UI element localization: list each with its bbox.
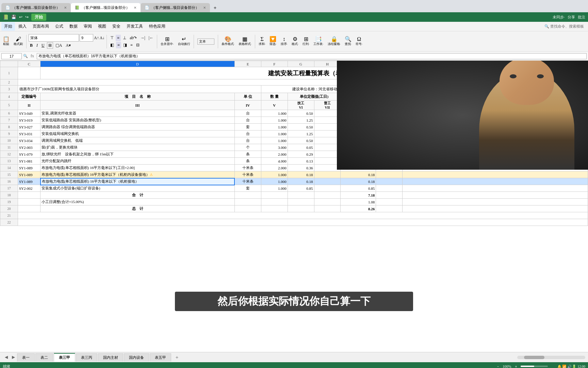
cell-ref-input[interactable]	[1, 53, 22, 59]
underline-button[interactable]: U	[40, 42, 46, 49]
align-middle[interactable]: ≡	[116, 35, 121, 41]
menu-start[interactable]: 开始	[1, 22, 15, 31]
unit-cell[interactable]: 条	[234, 151, 261, 158]
qty-cell[interactable]: 1.000	[261, 171, 288, 178]
zoom-slider[interactable]	[521, 366, 548, 367]
menu-view[interactable]: 视图	[95, 22, 109, 31]
sheet-tab-4[interactable]: 表三丙	[76, 353, 97, 362]
cell-title-empty[interactable]	[18, 67, 40, 79]
font-name-input[interactable]	[29, 34, 79, 42]
align-distributed[interactable]: ⊟	[135, 42, 141, 48]
code-cell[interactable]: SY1-079	[18, 151, 40, 158]
qty-cell[interactable]: 1.000	[261, 124, 288, 131]
name-cell[interactable]: 放,绑软光纤 设备机架之间放，绑 15m以下	[40, 151, 235, 158]
quick-redo[interactable]: ↪	[25, 15, 29, 20]
status-zoom-out[interactable]: －	[496, 364, 500, 368]
name-cell[interactable]: 安装集成式小型设备(端口扩容设备)	[40, 185, 235, 192]
nav-prev[interactable]: ◀	[3, 353, 10, 361]
indent-dec[interactable]: |←	[147, 35, 155, 41]
number-format-button[interactable]: 文本	[196, 38, 216, 45]
orient-button[interactable]: ab↷	[128, 35, 138, 41]
qty-cell[interactable]: 1.000	[261, 131, 288, 137]
tech-cell[interactable]: 0.50	[288, 124, 314, 131]
labor-total-cell-selected[interactable]	[376, 178, 403, 185]
labor-cell[interactable]	[314, 185, 341, 192]
name-cell[interactable]: 调测局域网交换机 低端	[40, 137, 235, 144]
scroll-thumb[interactable]	[524, 356, 544, 359]
code-cell-selected[interactable]: SY1-089	[18, 178, 40, 185]
name-cell[interactable]: 安装低端路由器 安装路由器(整机型)	[40, 117, 235, 124]
menu-data[interactable]: 数据	[67, 22, 80, 31]
sum-button[interactable]: Σ 求和·	[257, 36, 267, 47]
cell-21[interactable]	[18, 212, 588, 219]
unit-cell[interactable]: 十米条	[234, 171, 261, 178]
find-button[interactable]: 🔍 查找·	[343, 36, 353, 47]
border-button[interactable]: ⊞	[47, 42, 53, 49]
qty-cell[interactable]: 1.000	[261, 110, 288, 117]
sheet-tab-6[interactable]: 国内设备	[124, 353, 149, 362]
nav-next[interactable]: ▶	[10, 353, 17, 361]
unit-cell[interactable]: 台	[234, 131, 261, 137]
font-color-button[interactable]: A▾	[64, 42, 72, 49]
unit-cell[interactable]: 条	[234, 158, 261, 165]
tab1-close[interactable]: ✕	[64, 6, 67, 10]
tab2-close[interactable]: ✕	[134, 6, 136, 10]
tech-cell[interactable]: 0.13	[288, 158, 314, 165]
merge-button[interactable]: ⊞ 合并居中·	[159, 36, 175, 47]
code-cell[interactable]: SY3-031	[18, 131, 40, 137]
name-cell-selected[interactable]: 布放电力电缆(单芯相线面积) 16平方毫米以下（机柜接地）	[40, 178, 235, 185]
tech-cell[interactable]: 0.36	[288, 165, 314, 171]
qty-cell-selected[interactable]: 1.000	[261, 178, 288, 185]
tab3-close[interactable]: ✕	[203, 6, 206, 10]
comment-button[interactable]: 批注	[578, 15, 585, 20]
tech-cell-selected[interactable]: 0.18	[288, 178, 314, 185]
labor-total-cell[interactable]	[376, 171, 403, 178]
format-painter-button[interactable]: 🖌 格式刷	[12, 36, 24, 47]
align-top[interactable]: ⊤	[109, 35, 115, 41]
indent-inc[interactable]: →|	[139, 35, 146, 41]
unit-cell[interactable]: 台	[234, 137, 261, 144]
name-cell[interactable]: 安装,调测光纤收发器	[40, 110, 235, 117]
tech-cell[interactable]: 1.25	[288, 117, 314, 124]
code-cell[interactable]: SY3-034	[18, 137, 40, 144]
code-cell[interactable]: SY1-081	[18, 158, 40, 165]
name-cell[interactable]: 光纤分配架内跳纤	[40, 158, 235, 165]
menu-devtools[interactable]: 开发工具	[124, 22, 146, 31]
name-cell[interactable]: 安装低端局域网交换机	[40, 131, 235, 137]
unit-cell[interactable]: 套	[234, 124, 261, 131]
freeze-button[interactable]: 🔒 冻结窗格·	[326, 36, 342, 47]
menu-review[interactable]: 审阅	[81, 22, 95, 31]
qty-cell[interactable]: 1.000	[261, 117, 288, 124]
qty-cell[interactable]: 1.000	[261, 137, 288, 144]
font-size-input[interactable]	[80, 34, 93, 42]
sheet-tab-3[interactable]: 表三甲	[54, 353, 75, 362]
symbol-button[interactable]: Ω 符号·	[354, 36, 364, 47]
sheet-tab-2[interactable]: 表二	[35, 353, 53, 362]
cond-format-button[interactable]: 🎨 条件格式·	[220, 36, 236, 47]
italic-button[interactable]: I	[35, 42, 39, 49]
code-cell[interactable]: SY2-003	[18, 144, 40, 151]
align-right[interactable]: ◨	[122, 42, 128, 48]
code-cell[interactable]: SY1-089	[18, 165, 40, 171]
menu-insert[interactable]: 插入	[16, 22, 29, 31]
sort-button[interactable]: ↕ 排序·	[279, 36, 289, 47]
name-cell[interactable]: 留(扩)装，更换光模块	[40, 144, 235, 151]
cell-22[interactable]	[18, 219, 588, 226]
tech-cell[interactable]: 0.05	[288, 144, 314, 151]
unit-cell[interactable]: 个	[234, 144, 261, 151]
workbook-button[interactable]: 📑 工作表·	[312, 36, 325, 47]
tech-total-cell[interactable]: 0.85	[341, 185, 376, 192]
sheet-tab-1[interactable]: 表一	[17, 353, 35, 362]
code-cell[interactable]: SY3-027	[18, 124, 40, 131]
formula-zoom[interactable]: 🔍	[23, 54, 28, 58]
menu-layout[interactable]: 页面布局	[30, 22, 52, 31]
qty-cell[interactable]: 2.000	[261, 151, 288, 158]
format-button[interactable]: ⚙ 格式·	[290, 36, 300, 47]
browser-tab-2[interactable]: 📗 （客户侧猫...项目设备部分） ✕	[71, 3, 140, 12]
horizontal-scrollbar[interactable]	[517, 356, 585, 359]
bold-button[interactable]: B	[29, 42, 34, 49]
browser-tab-3[interactable]: 📄 （客户侧猫...项目设备部分） ✕	[141, 3, 210, 12]
unit-cell[interactable]: 十米条	[234, 165, 261, 171]
name-cell[interactable]: 调测路由器 综合调测低端路由器	[40, 124, 235, 131]
qty-cell[interactable]: 3.000	[261, 144, 288, 151]
